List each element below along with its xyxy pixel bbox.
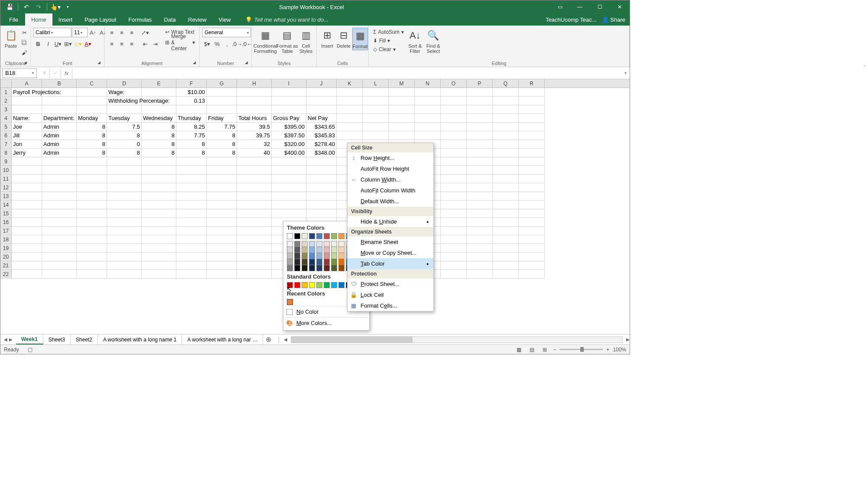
font-name-input[interactable]: Calibri▾ — [33, 28, 72, 37]
cell[interactable] — [519, 175, 545, 183]
row-header[interactable]: 14 — [0, 201, 12, 209]
cell[interactable] — [467, 201, 493, 209]
color-swatch[interactable] — [294, 253, 300, 259]
cell[interactable] — [12, 235, 42, 244]
cell[interactable] — [12, 261, 42, 270]
cell[interactable] — [107, 227, 142, 235]
cell[interactable] — [493, 253, 519, 261]
cell[interactable] — [467, 244, 493, 253]
cell[interactable] — [441, 253, 467, 261]
column-header[interactable]: E — [142, 79, 176, 88]
row-header[interactable]: 12 — [0, 183, 12, 192]
select-all-corner[interactable] — [0, 79, 12, 88]
cell[interactable] — [467, 270, 493, 279]
cell[interactable] — [207, 227, 237, 235]
row-header[interactable]: 8 — [0, 149, 12, 157]
cell[interactable] — [337, 114, 363, 123]
cell[interactable] — [77, 105, 107, 114]
cell[interactable] — [77, 270, 107, 279]
column-header[interactable]: R — [519, 79, 545, 88]
cell[interactable]: 40 — [237, 149, 272, 157]
color-swatch[interactable] — [309, 253, 315, 259]
color-swatch[interactable] — [309, 259, 315, 265]
paste-button[interactable]: 📋 Paste — [3, 28, 19, 49]
cell[interactable] — [272, 88, 306, 97]
cell[interactable] — [12, 175, 42, 183]
cell[interactable] — [42, 244, 77, 253]
cell[interactable] — [77, 235, 107, 244]
cell[interactable]: Thursday — [176, 114, 207, 123]
cell[interactable] — [237, 244, 272, 253]
column-header[interactable]: C — [77, 79, 107, 88]
column-header[interactable]: J — [306, 79, 337, 88]
cell[interactable] — [77, 218, 107, 227]
sheet-tab[interactable]: A worksheet with a long nar … — [182, 334, 263, 344]
cell[interactable]: 8 — [207, 149, 237, 157]
color-swatch[interactable] — [302, 233, 308, 239]
cell[interactable]: 8 — [77, 140, 107, 149]
orientation-icon[interactable]: ⤢▾ — [140, 28, 150, 37]
autosum-button[interactable]: Σ AutoSum ▾ — [371, 28, 406, 36]
column-header[interactable]: I — [272, 79, 306, 88]
color-swatch[interactable] — [338, 253, 345, 259]
cell[interactable] — [12, 97, 42, 105]
cell[interactable] — [107, 105, 142, 114]
cell[interactable] — [142, 175, 176, 183]
cell[interactable] — [467, 175, 493, 183]
row-header[interactable]: 17 — [0, 227, 12, 235]
cell[interactable] — [42, 201, 77, 209]
column-header[interactable]: G — [207, 79, 237, 88]
menu-tab-color[interactable]: Tab Color▸ — [348, 258, 433, 269]
color-swatch[interactable] — [309, 241, 315, 247]
cell[interactable] — [441, 140, 467, 149]
cell[interactable] — [42, 270, 77, 279]
sheet-tab[interactable]: Sheet3 — [43, 334, 71, 344]
cell[interactable] — [467, 218, 493, 227]
cell[interactable] — [142, 166, 176, 175]
cell[interactable] — [207, 253, 237, 261]
cell[interactable] — [207, 201, 237, 209]
color-swatch[interactable] — [316, 253, 322, 259]
cell[interactable] — [467, 157, 493, 166]
cell[interactable] — [441, 157, 467, 166]
cell[interactable]: Tuesday — [107, 114, 142, 123]
cell[interactable] — [142, 97, 176, 105]
cell[interactable] — [237, 253, 272, 261]
cell[interactable] — [237, 166, 272, 175]
cell[interactable] — [363, 97, 389, 105]
spreadsheet-grid[interactable]: ABCDEFGHIJKLMNOPQR 1Payroll Projections:… — [0, 79, 630, 334]
cell[interactable] — [207, 157, 237, 166]
cell[interactable] — [493, 270, 519, 279]
cell[interactable]: Wednesday — [142, 114, 176, 123]
cell[interactable] — [493, 175, 519, 183]
cell[interactable] — [107, 166, 142, 175]
cell[interactable] — [176, 227, 207, 235]
column-header[interactable]: P — [467, 79, 493, 88]
color-swatch[interactable] — [331, 265, 337, 271]
cell[interactable] — [207, 192, 237, 201]
cell[interactable] — [519, 261, 545, 270]
cell[interactable] — [519, 253, 545, 261]
column-header[interactable]: H — [237, 79, 272, 88]
cell[interactable] — [207, 209, 237, 218]
cell[interactable]: $278.40 — [306, 140, 337, 149]
insert-cells-button[interactable]: ⊞Insert — [319, 28, 335, 49]
cell[interactable] — [441, 88, 467, 97]
color-swatch[interactable] — [331, 247, 337, 253]
cell[interactable] — [207, 97, 237, 105]
sheet-tab[interactable]: Week1 — [16, 334, 43, 344]
color-swatch[interactable] — [324, 247, 330, 253]
color-swatch[interactable] — [294, 233, 300, 239]
cell[interactable] — [207, 175, 237, 183]
sort-filter-button[interactable]: A↓Sort & Filter — [406, 28, 424, 55]
font-size-input[interactable]: 11▾ — [72, 28, 88, 37]
cell[interactable] — [42, 105, 77, 114]
color-swatch[interactable] — [309, 233, 315, 239]
share-button[interactable]: 👤 Share — [602, 16, 625, 23]
cell[interactable] — [493, 201, 519, 209]
tab-formulas[interactable]: Formulas — [122, 13, 158, 26]
color-swatch[interactable] — [294, 241, 300, 247]
cell[interactable] — [207, 218, 237, 227]
cell[interactable] — [415, 114, 441, 123]
cell[interactable]: 8 — [142, 149, 176, 157]
